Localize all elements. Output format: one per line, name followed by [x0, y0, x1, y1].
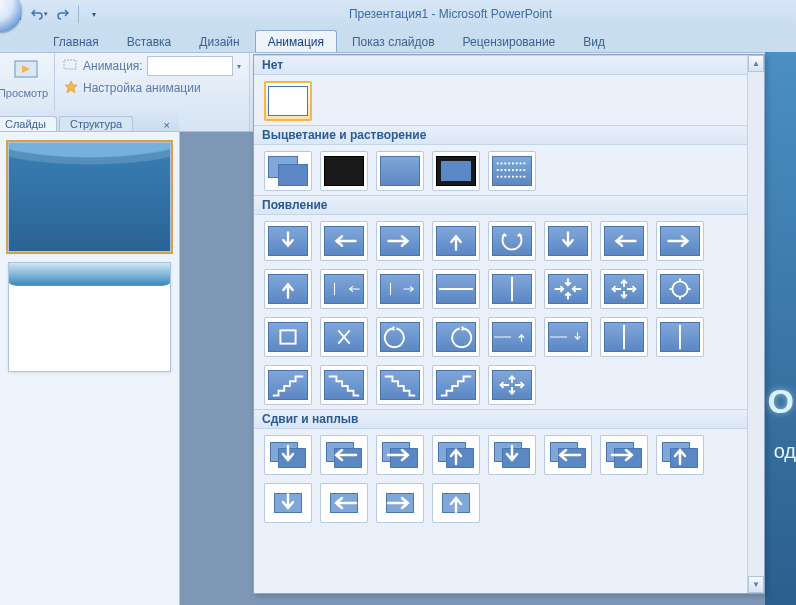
transition-thumb[interactable]: [488, 365, 536, 405]
svg-rect-17: [504, 169, 506, 171]
svg-rect-24: [501, 176, 503, 178]
gallery-header-fade: Выцветание и растворение: [254, 125, 747, 145]
redo-button[interactable]: [52, 3, 74, 25]
gallery-header-none: Нет: [254, 55, 747, 75]
gallery-header-appear: Появление: [254, 195, 747, 215]
gallery-scroll-area: Нет Выцветание и растворение Появление С…: [254, 55, 747, 593]
transition-thumb[interactable]: [320, 483, 368, 523]
qat-separator: [78, 5, 79, 23]
transition-thumb[interactable]: [264, 435, 312, 475]
tab-review[interactable]: Рецензирование: [450, 30, 569, 52]
transition-thumb[interactable]: [376, 317, 424, 357]
transition-thumb[interactable]: [320, 151, 368, 191]
transition-thumb[interactable]: [544, 435, 592, 475]
transition-thumb[interactable]: [264, 81, 312, 121]
transition-thumb[interactable]: [264, 483, 312, 523]
preview-label: Просмотр: [0, 87, 52, 99]
svg-rect-12: [516, 162, 518, 164]
gallery-grid-push: [254, 429, 747, 527]
animation-combo[interactable]: [147, 56, 233, 76]
transition-thumb[interactable]: [376, 151, 424, 191]
gallery-scrollbar[interactable]: ▲ ▼: [747, 55, 764, 593]
transition-thumb[interactable]: [376, 435, 424, 475]
tab-home[interactable]: Главная: [40, 30, 112, 52]
office-button[interactable]: [0, 0, 22, 32]
transition-thumb[interactable]: [264, 317, 312, 357]
transition-thumb[interactable]: [320, 317, 368, 357]
transition-thumb[interactable]: [376, 483, 424, 523]
transition-thumb[interactable]: [264, 221, 312, 261]
transition-thumb[interactable]: [600, 269, 648, 309]
transition-thumb[interactable]: [320, 269, 368, 309]
transition-thumb[interactable]: [432, 221, 480, 261]
slide-title-fragment: О: [768, 382, 794, 421]
transition-thumb[interactable]: [432, 435, 480, 475]
gallery-grid-fade: [254, 145, 747, 195]
svg-rect-13: [520, 162, 522, 164]
tab-view[interactable]: Вид: [570, 30, 618, 52]
transition-thumb[interactable]: [376, 269, 424, 309]
title-bar: ▾ ▾ Презентация1 - Microsoft PowerPoint: [0, 0, 796, 28]
transition-thumb[interactable]: [264, 151, 312, 191]
scrollbar-up-button[interactable]: ▲: [748, 55, 764, 72]
slide-thumb-1[interactable]: [8, 142, 171, 252]
transition-thumb[interactable]: [264, 365, 312, 405]
transition-thumb[interactable]: [488, 151, 536, 191]
transition-thumb[interactable]: [488, 269, 536, 309]
scrollbar-track[interactable]: [748, 72, 764, 576]
slide-thumb-2[interactable]: [8, 262, 171, 372]
svg-rect-16: [501, 169, 503, 171]
tab-insert[interactable]: Вставка: [114, 30, 185, 52]
slide-canvas-peek: О од: [765, 52, 796, 605]
gallery-grid-appear: [254, 215, 747, 409]
svg-rect-19: [512, 169, 514, 171]
tab-slideshow[interactable]: Показ слайдов: [339, 30, 448, 52]
svg-rect-36: [280, 330, 295, 343]
custom-animation-button[interactable]: Настройка анимации: [61, 77, 243, 99]
svg-rect-25: [504, 176, 506, 178]
scrollbar-down-button[interactable]: ▼: [748, 576, 764, 593]
transition-thumb[interactable]: [656, 221, 704, 261]
transition-thumb[interactable]: [656, 269, 704, 309]
transition-thumb[interactable]: [600, 221, 648, 261]
transition-thumb[interactable]: [544, 221, 592, 261]
svg-rect-9: [504, 162, 506, 164]
svg-rect-7: [497, 162, 499, 164]
svg-rect-11: [512, 162, 514, 164]
tab-design[interactable]: Дизайн: [186, 30, 252, 52]
svg-rect-26: [508, 176, 510, 178]
transition-thumb[interactable]: [432, 365, 480, 405]
animation-field-label: Анимация:: [83, 59, 143, 73]
transition-thumb[interactable]: [376, 365, 424, 405]
transition-thumb[interactable]: [432, 317, 480, 357]
transition-thumb[interactable]: [488, 435, 536, 475]
undo-button[interactable]: ▾: [28, 3, 50, 25]
transition-thumb[interactable]: [544, 317, 592, 357]
pane-tab-outline[interactable]: Структура: [59, 116, 133, 131]
transition-thumb[interactable]: [432, 269, 480, 309]
transition-thumb[interactable]: [264, 269, 312, 309]
svg-rect-29: [520, 176, 522, 178]
transition-thumb[interactable]: [320, 221, 368, 261]
transition-thumb[interactable]: [600, 317, 648, 357]
transition-thumb[interactable]: [320, 435, 368, 475]
transition-thumb[interactable]: [432, 151, 480, 191]
transition-thumb[interactable]: [488, 317, 536, 357]
pane-close-button[interactable]: ×: [161, 119, 173, 131]
svg-rect-8: [501, 162, 503, 164]
transition-thumb[interactable]: [600, 435, 648, 475]
transition-thumb[interactable]: [656, 435, 704, 475]
transition-thumb[interactable]: [656, 317, 704, 357]
transition-thumb[interactable]: [544, 269, 592, 309]
transition-thumb[interactable]: [320, 365, 368, 405]
transition-thumb[interactable]: [488, 221, 536, 261]
pane-tab-slides[interactable]: Слайды: [0, 116, 57, 131]
qat-customize-button[interactable]: ▾: [83, 3, 105, 25]
svg-rect-23: [497, 176, 499, 178]
preview-button[interactable]: Просмотр: [6, 55, 52, 99]
transition-thumb[interactable]: [432, 483, 480, 523]
transition-thumb[interactable]: [376, 221, 424, 261]
pane-tabs: Слайды Структура ×: [0, 110, 179, 132]
tab-animation[interactable]: Анимация: [255, 30, 337, 52]
svg-rect-20: [516, 169, 518, 171]
